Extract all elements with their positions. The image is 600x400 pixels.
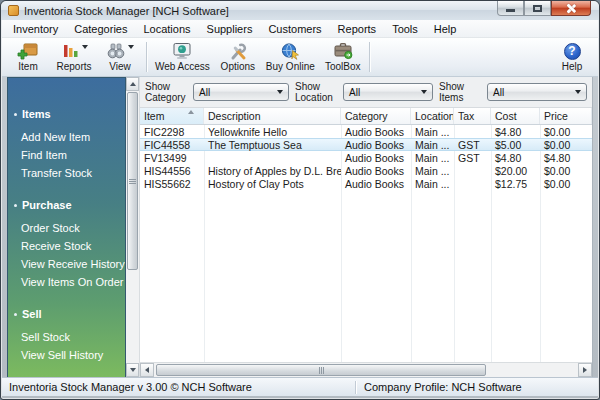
menu-suppliers[interactable]: Suppliers (199, 21, 261, 37)
cell-cost: $12.75 (491, 178, 540, 190)
scroll-left-button[interactable] (140, 363, 154, 377)
table-row[interactable]: HIS44556 History of Apples by D.L. Brewe… (140, 164, 592, 177)
cell-location: Main ... (411, 139, 454, 151)
sidebar-item-receive-stock[interactable]: Receive Stock (8, 238, 125, 254)
column-header-description[interactable]: Description (204, 108, 341, 124)
column-header-item[interactable]: Item (140, 108, 204, 124)
cell-location: Main ... (411, 126, 454, 138)
help-button-label: Help (562, 61, 583, 72)
sidebar-item-view-receive-history[interactable]: View Receive History (8, 256, 125, 272)
maximize-button[interactable] (524, 1, 551, 16)
cell-category: Audio Books (341, 126, 411, 138)
close-icon (566, 3, 576, 13)
sidebar-section-sell: Sell (8, 306, 125, 322)
sidebar-item-find-item[interactable]: Find Item (8, 147, 125, 163)
sidebar-item-sell-stock[interactable]: Sell Stock (8, 329, 125, 345)
body-area: Items Add New Item Find Item Transfer St… (1, 77, 599, 377)
menu-reports[interactable]: Reports (330, 21, 385, 37)
vertical-scroll-thumb[interactable] (127, 92, 138, 270)
chevron-down-icon (575, 90, 581, 94)
buy-online-button[interactable]: Buy Online (261, 39, 320, 75)
sidebar-item-view-sell-history[interactable]: View Sell History (8, 347, 125, 363)
close-button[interactable] (551, 1, 591, 16)
thumb-grip (129, 179, 136, 180)
view-button[interactable]: View (97, 39, 143, 75)
cell-price: $4.80 (540, 152, 592, 164)
thumb-grip (129, 183, 136, 184)
cell-item: HIS55662 (140, 178, 204, 190)
arrow-left-icon (145, 367, 149, 373)
horizontal-scroll-track[interactable] (486, 363, 578, 377)
column-header-location[interactable]: Location (411, 108, 454, 124)
table-row[interactable]: FIC2298 Yellowknife Hello Audio Books Ma… (140, 125, 592, 138)
column-header-cost[interactable]: Cost (491, 108, 540, 124)
sidebar-item-add-new-item[interactable]: Add New Item (8, 129, 125, 145)
menu-inventory[interactable]: Inventory (5, 21, 66, 37)
menu-locations[interactable]: Locations (135, 21, 198, 37)
vertical-scrollbar[interactable] (126, 77, 140, 377)
column-header-price[interactable]: Price (540, 108, 592, 124)
cell-cost: $4.80 (491, 126, 540, 138)
item-button-label: Item (18, 61, 37, 72)
thumb-grip (323, 367, 324, 374)
column-header-tax[interactable]: Tax (454, 108, 491, 124)
view-dropdown-arrow (128, 45, 134, 49)
minimize-icon (506, 9, 515, 12)
category-dropdown[interactable]: All (193, 83, 289, 101)
location-dropdown[interactable]: All (343, 83, 433, 101)
minimize-button[interactable] (497, 1, 524, 16)
scroll-right-button[interactable] (578, 363, 592, 377)
tools-icon (228, 42, 248, 61)
cell-cost: $4.80 (491, 152, 540, 164)
column-header-label: Tax (458, 110, 474, 122)
show-category-label: Show Category (145, 81, 187, 104)
menu-help[interactable]: Help (426, 21, 465, 37)
sidebar-item-transfer-stock[interactable]: Transfer Stock (8, 165, 125, 181)
view-button-label: View (109, 61, 131, 72)
menu-customers[interactable]: Customers (260, 21, 329, 37)
reports-button[interactable]: Reports (51, 39, 97, 75)
cell-item: HIS44556 (140, 165, 204, 177)
table-row[interactable]: HIS55662 Hostory of Clay Pots Audio Book… (140, 177, 592, 190)
location-dropdown-value: All (349, 87, 360, 98)
main-panel: Show Category All Show Location All Show… (140, 77, 593, 377)
toolbar: Item Reports (2, 38, 598, 77)
table-body: FIC2298 Yellowknife Hello Audio Books Ma… (140, 125, 592, 362)
web-access-button[interactable]: Web Access (150, 39, 215, 75)
sidebar-item-order-stock[interactable]: Order Stock (8, 220, 125, 236)
menu-tools[interactable]: Tools (384, 21, 426, 37)
horizontal-scroll-thumb[interactable] (156, 364, 486, 376)
maximize-icon (533, 5, 542, 12)
window-controls (497, 1, 591, 16)
cell-price: $0.00 (540, 165, 592, 177)
scroll-up-button[interactable] (126, 77, 139, 91)
table-row-selected[interactable]: FIC44558 The Temptuous Sea Audio Books M… (140, 138, 592, 151)
menu-categories[interactable]: Categories (66, 21, 135, 37)
table-row[interactable]: FV13499 Audio Books Main ... GST $4.80 $… (140, 151, 592, 164)
options-button[interactable]: Options (215, 39, 261, 75)
cell-description: The Temptuous Sea (204, 139, 341, 151)
item-button[interactable]: Item (5, 39, 51, 75)
sidebar-section-items: Items (8, 106, 125, 122)
frame-bottom (1, 396, 599, 399)
cell-location: Main ... (411, 152, 454, 164)
thumb-grip (319, 367, 320, 374)
monitor-globe-icon (171, 42, 193, 61)
vertical-scroll-track[interactable] (126, 271, 139, 363)
cell-item: FIC2298 (140, 126, 204, 138)
status-version-text: Inventoria Stock Manager v 3.00 © NCH So… (9, 381, 355, 393)
sidebar-item-view-items-on-order[interactable]: View Items On Order (8, 274, 125, 290)
web-access-button-label: Web Access (155, 61, 210, 72)
cell-description: Yellowknife Hello (204, 126, 341, 138)
column-header-category[interactable]: Category (341, 108, 411, 124)
arrow-up-icon (130, 82, 136, 86)
toolbox-button[interactable]: ToolBox (320, 39, 366, 75)
horizontal-scrollbar[interactable] (140, 362, 592, 377)
cell-price: $0.00 (540, 139, 592, 151)
help-button[interactable]: ? Help (549, 39, 595, 75)
items-dropdown[interactable]: All (487, 83, 587, 101)
scroll-down-button[interactable] (126, 363, 139, 377)
cell-category: Audio Books (341, 165, 411, 177)
arrow-down-icon (130, 368, 136, 372)
window-title: Inventoria Stock Manager [NCH Software] (24, 5, 229, 17)
